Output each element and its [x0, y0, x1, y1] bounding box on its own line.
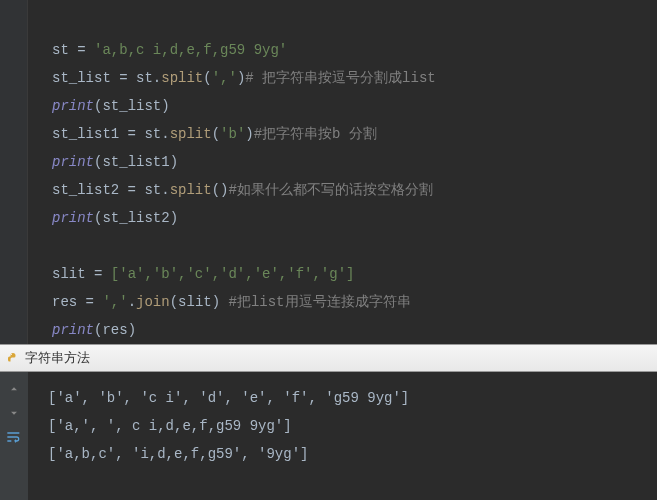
code-token: ): [170, 210, 178, 226]
code-token: .: [161, 182, 169, 198]
code-token: st: [144, 182, 161, 198]
code-token: st: [52, 42, 69, 58]
code-token: (): [212, 182, 229, 198]
code-token: split: [170, 126, 212, 142]
code-token: print: [52, 322, 94, 338]
console-tab-label[interactable]: 字符串方法: [25, 349, 90, 367]
code-token: st: [136, 70, 153, 86]
wrap-icon[interactable]: [5, 428, 23, 446]
svg-point-0: [11, 354, 12, 355]
code-token: print: [52, 154, 94, 170]
code-token: =: [111, 70, 136, 86]
code-token: #把list用逗号连接成字符串: [220, 294, 410, 310]
code-token: =: [119, 126, 144, 142]
arrow-down-icon[interactable]: [5, 404, 23, 422]
console-output[interactable]: ['a', 'b', 'c i', 'd', 'e', 'f', 'g59 9y…: [28, 372, 409, 500]
console-panel: ['a', 'b', 'c i', 'd', 'e', 'f', 'g59 9y…: [0, 372, 657, 500]
code-token: #把字符串按b 分割: [254, 126, 377, 142]
code-token: ): [161, 98, 169, 114]
console-tab-bar: 字符串方法: [0, 344, 657, 372]
code-token: .: [153, 70, 161, 86]
code-token: .: [161, 126, 169, 142]
code-token: =: [77, 294, 102, 310]
code-token: st_list2: [102, 210, 169, 226]
code-token: .: [128, 294, 136, 310]
code-token: (: [212, 126, 220, 142]
arrow-up-icon[interactable]: [5, 380, 23, 398]
code-token: slit: [52, 266, 86, 282]
editor-gutter: [0, 0, 28, 344]
code-token: ['a','b','c','d','e','f','g']: [111, 266, 355, 282]
code-token: 'a,b,c i,d,e,f,g59 9yg': [94, 42, 287, 58]
code-token: res: [102, 322, 127, 338]
code-token: st_list1: [102, 154, 169, 170]
code-token: print: [52, 210, 94, 226]
output-line: ['a,', ', c i,d,e,f,g59 9yg']: [48, 418, 292, 434]
code-token: ): [170, 154, 178, 170]
code-token: (: [170, 294, 178, 310]
code-editor[interactable]: st = 'a,b,c i,d,e,f,g59 9yg' st_list = s…: [0, 0, 657, 344]
code-token: 'b': [220, 126, 245, 142]
code-token: ): [212, 294, 220, 310]
code-token: join: [136, 294, 170, 310]
code-token: st_list2: [52, 182, 119, 198]
python-icon: [6, 351, 20, 365]
code-token: st: [144, 126, 161, 142]
code-token: print: [52, 98, 94, 114]
output-line: ['a', 'b', 'c i', 'd', 'e', 'f', 'g59 9y…: [48, 390, 409, 406]
console-gutter: [0, 372, 28, 500]
code-token: res: [52, 294, 77, 310]
code-token: split: [170, 182, 212, 198]
code-token: split: [161, 70, 203, 86]
code-token: slit: [178, 294, 212, 310]
code-token: ): [128, 322, 136, 338]
code-content[interactable]: st = 'a,b,c i,d,e,f,g59 9yg' st_list = s…: [48, 0, 436, 344]
code-token: ',': [102, 294, 127, 310]
code-token: =: [86, 266, 111, 282]
code-token: # 把字符串按逗号分割成list: [245, 70, 435, 86]
code-token: (: [203, 70, 211, 86]
code-token: =: [69, 42, 94, 58]
code-token: ',': [212, 70, 237, 86]
code-token: =: [119, 182, 144, 198]
code-token: st_list: [102, 98, 161, 114]
output-line: ['a,b,c', 'i,d,e,f,g59', '9yg']: [48, 446, 308, 462]
editor-margin: [28, 0, 48, 344]
code-token: st_list: [52, 70, 111, 86]
code-token: st_list1: [52, 126, 119, 142]
code-token: #如果什么都不写的话按空格分割: [228, 182, 432, 198]
code-token: ): [245, 126, 253, 142]
